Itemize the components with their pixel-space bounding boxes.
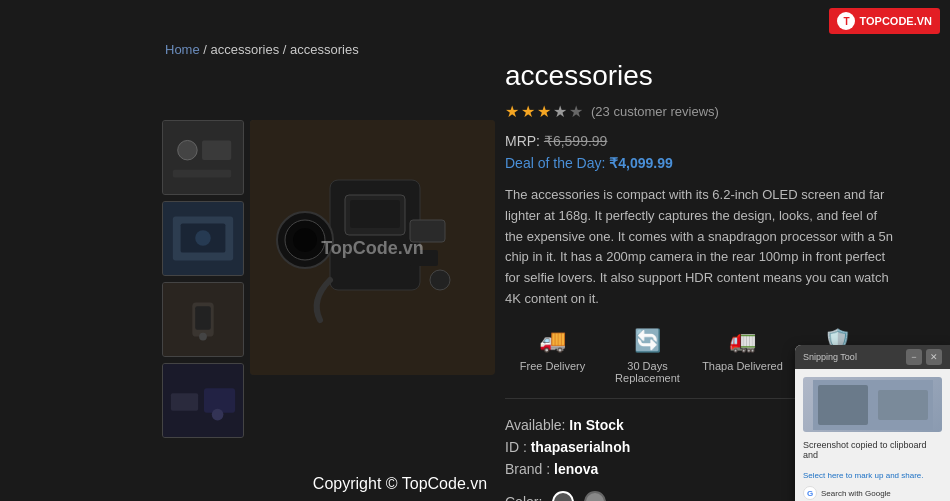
delivery-icon: 🚚 <box>539 328 566 354</box>
header: T TOPCODE.VN <box>829 8 940 34</box>
svg-point-22 <box>293 228 317 252</box>
delivery-label: Free Delivery <box>520 360 585 372</box>
thumbnail-2[interactable] <box>162 201 244 276</box>
star-4: ★ <box>553 102 567 121</box>
svg-rect-23 <box>410 220 445 242</box>
breadcrumb-cat1: accessories <box>211 42 280 57</box>
thumbnail-1[interactable] <box>162 120 244 195</box>
star-5: ★ <box>569 102 583 121</box>
feature-free-delivery: 🚚 Free Delivery <box>505 328 600 384</box>
snipping-controls: − ✕ <box>906 349 942 365</box>
availability-value: In Stock <box>569 417 623 433</box>
footer: Copyright © TopCode.vn <box>0 475 800 493</box>
availability-label: Available: <box>505 417 569 433</box>
svg-point-7 <box>195 230 211 246</box>
logo-text: TOPCODE.VN <box>859 15 932 27</box>
deal-label: Deal of the Day: <box>505 155 609 171</box>
svg-rect-27 <box>818 385 868 425</box>
product-title: accessories <box>505 60 935 92</box>
replacement-icon: 🔄 <box>634 328 661 354</box>
svg-rect-2 <box>173 170 231 178</box>
replacement-label: 30 Days Replacement <box>600 360 695 384</box>
mrp-row: MRP: ₹6,599.99 <box>505 133 935 149</box>
svg-point-11 <box>199 333 207 341</box>
feature-delivered: 🚛 Thapa Delivered <box>695 328 790 384</box>
snipping-tool-header: Snipping Tool − ✕ <box>795 345 950 369</box>
breadcrumb: Home / accessories / accessories <box>165 42 359 57</box>
star-rating: ★ ★ ★ ★ ★ <box>505 102 583 121</box>
thumbnail-3[interactable] <box>162 282 244 357</box>
star-2: ★ <box>521 102 535 121</box>
deal-price: ₹4,099.99 <box>609 155 673 171</box>
review-count: (23 customer reviews) <box>591 104 719 119</box>
snipping-tool-title: Snipping Tool <box>803 352 857 362</box>
breadcrumb-home[interactable]: Home <box>165 42 200 57</box>
logo-badge[interactable]: T TOPCODE.VN <box>829 8 940 34</box>
color-label: Color: <box>505 494 542 501</box>
breadcrumb-cat2: accessories <box>290 42 359 57</box>
id-value: thapaserialnoh <box>531 439 631 455</box>
thumbnail-list <box>162 120 244 438</box>
svg-rect-24 <box>410 250 438 266</box>
snipping-tool-popup: Snipping Tool − ✕ Screenshot copied to c… <box>795 345 950 501</box>
mrp-label: MRP: <box>505 133 540 149</box>
snipping-google-text: Search with Google <box>821 489 891 498</box>
snipping-message: Screenshot copied to clipboard and <box>803 440 942 460</box>
svg-rect-13 <box>171 393 198 411</box>
snipping-google-row: G Search with Google <box>803 486 942 500</box>
svg-rect-3 <box>202 140 231 159</box>
main-product-image: TopCode.vn <box>250 120 495 375</box>
svg-rect-28 <box>878 390 928 420</box>
svg-rect-10 <box>195 306 211 329</box>
rating-row: ★ ★ ★ ★ ★ (23 customer reviews) <box>505 102 935 121</box>
delivered-icon: 🚛 <box>729 328 756 354</box>
thumbnail-4[interactable] <box>162 363 244 438</box>
svg-rect-19 <box>350 200 400 228</box>
deal-row: Deal of the Day: ₹4,099.99 <box>505 155 935 171</box>
logo-icon: T <box>837 12 855 30</box>
snipping-minimize-btn[interactable]: − <box>906 349 922 365</box>
feature-replacement: 🔄 30 Days Replacement <box>600 328 695 384</box>
snipping-link[interactable]: Select here to mark up and share. <box>803 471 924 480</box>
delivered-label: Thapa Delivered <box>702 360 783 372</box>
snipping-content: Screenshot copied to clipboard and Selec… <box>795 369 950 501</box>
svg-point-25 <box>430 270 450 290</box>
breadcrumb-sep1: / <box>203 42 210 57</box>
svg-point-1 <box>178 140 197 159</box>
snipping-preview <box>803 377 942 432</box>
id-label: ID : <box>505 439 531 455</box>
svg-rect-14 <box>204 388 235 412</box>
gear-layout <box>250 120 495 375</box>
snipping-preview-inner <box>803 377 942 432</box>
mrp-price: ₹6,599.99 <box>544 133 608 149</box>
footer-text: Copyright © TopCode.vn <box>313 475 487 492</box>
star-1: ★ <box>505 102 519 121</box>
google-icon: G <box>803 486 817 500</box>
snipping-close-btn[interactable]: ✕ <box>926 349 942 365</box>
product-description: The accessories is compact with its 6.2-… <box>505 185 895 310</box>
svg-point-15 <box>212 409 224 421</box>
breadcrumb-sep2: / <box>283 42 290 57</box>
star-3: ★ <box>537 102 551 121</box>
